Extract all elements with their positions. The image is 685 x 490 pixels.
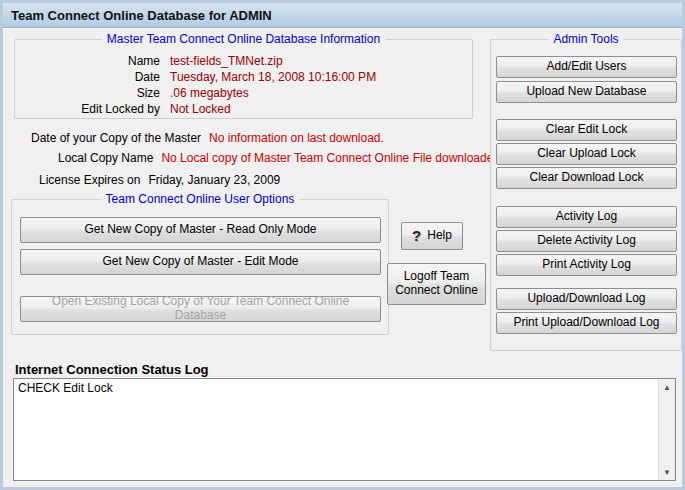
clear-upload-lock-button[interactable]: Clear Upload Lock [496,143,677,165]
local-copy-date-line: Date of your Copy of the MasterNo inform… [31,131,384,145]
license-label: License Expires on [39,173,140,187]
local-copy-date-label: Date of your Copy of the Master [31,131,201,145]
local-copy-name-line: Local Copy NameNo Local copy of Master T… [58,151,523,165]
print-activity-log-button[interactable]: Print Activity Log [496,254,677,276]
window-title: Team Connect Online Database for ADMIN [11,8,272,23]
field-row-edit-locked: Edit Locked by Not Locked [15,101,472,117]
delete-activity-log-button[interactable]: Delete Activity Log [496,230,677,252]
add-edit-users-button[interactable]: Add/Edit Users [496,56,677,78]
button-label: Open Existing Local Copy of Your Team Co… [25,295,376,323]
field-label: Name [15,53,160,69]
button-label: Print Activity Log [542,258,631,272]
title-bar: Team Connect Online Database for ADMIN [3,3,682,28]
help-icon: ? [412,227,421,244]
get-copy-readonly-button[interactable]: Get New Copy of Master - Read Only Mode [20,217,381,243]
button-label: Print Upload/Download Log [513,316,659,330]
clear-edit-lock-button[interactable]: Clear Edit Lock [496,119,677,141]
field-row-name: Name test-fields_TMNet.zip [15,53,472,69]
open-local-copy-button[interactable]: Open Existing Local Copy of Your Team Co… [20,296,381,322]
button-label: Delete Activity Log [537,234,636,248]
field-value: Not Locked [170,101,231,117]
status-log-box[interactable]: CHECK Edit Lock ▲ ▼ [13,378,676,481]
activity-log-button[interactable]: Activity Log [496,206,677,228]
button-label: Activity Log [556,210,617,224]
field-value: .06 megabytes [170,85,249,101]
clear-download-lock-button[interactable]: Clear Download Lock [496,167,677,189]
app-window: Team Connect Online Database for ADMIN M… [0,0,685,490]
button-label: Add/Edit Users [546,60,626,74]
logoff-button-label: Logoff Team Connect Online [392,270,481,298]
logoff-button[interactable]: Logoff Team Connect Online [387,263,486,305]
help-button[interactable]: ? Help [401,222,463,250]
user-options-group: Team Connect Online User Options Get New… [11,199,389,335]
license-value: Friday, January 23, 2009 [148,173,280,187]
vertical-scrollbar[interactable]: ▲ ▼ [658,379,675,480]
field-label: Date [15,69,160,85]
button-label: Clear Upload Lock [537,147,636,161]
local-copy-name-value: No Local copy of Master Team Connect Onl… [161,151,522,165]
field-value: Tuesday, March 18, 2008 10:16:00 PM [170,69,376,85]
field-value: test-fields_TMNet.zip [170,53,283,69]
button-label: Get New Copy of Master - Read Only Mode [84,223,316,237]
scroll-down-icon[interactable]: ▼ [659,464,675,480]
status-log-label: Internet Connection Status Log [15,362,209,377]
button-label: Upload/Download Log [527,292,645,306]
admin-tools-group-title: Admin Tools [548,32,623,46]
get-copy-edit-button[interactable]: Get New Copy of Master - Edit Mode [20,249,381,275]
scroll-up-icon[interactable]: ▲ [659,379,675,395]
help-button-label: Help [427,229,452,243]
admin-tools-group: Admin Tools Add/Edit Users Upload New Da… [490,39,682,351]
button-label: Clear Edit Lock [546,123,627,137]
button-label: Clear Download Lock [529,171,643,185]
button-label: Get New Copy of Master - Edit Mode [102,255,298,269]
print-upload-download-log-button[interactable]: Print Upload/Download Log [496,312,677,334]
license-line: License Expires onFriday, January 23, 20… [39,173,280,187]
local-copy-name-label: Local Copy Name [58,151,153,165]
button-label: Upload New Database [526,85,646,99]
upload-new-database-button[interactable]: Upload New Database [496,81,677,103]
local-copy-date-value: No information on last download. [209,131,384,145]
field-label: Size [15,85,160,101]
field-label: Edit Locked by [15,101,160,117]
upload-download-log-button[interactable]: Upload/Download Log [496,288,677,310]
status-log-text: CHECK Edit Lock [18,381,655,395]
field-row-date: Date Tuesday, March 18, 2008 10:16:00 PM [15,69,472,85]
field-row-size: Size .06 megabytes [15,85,472,101]
master-info-group-title: Master Team Connect Online Database Info… [102,32,385,46]
master-info-group: Master Team Connect Online Database Info… [14,39,473,119]
user-options-group-title: Team Connect Online User Options [101,192,300,206]
